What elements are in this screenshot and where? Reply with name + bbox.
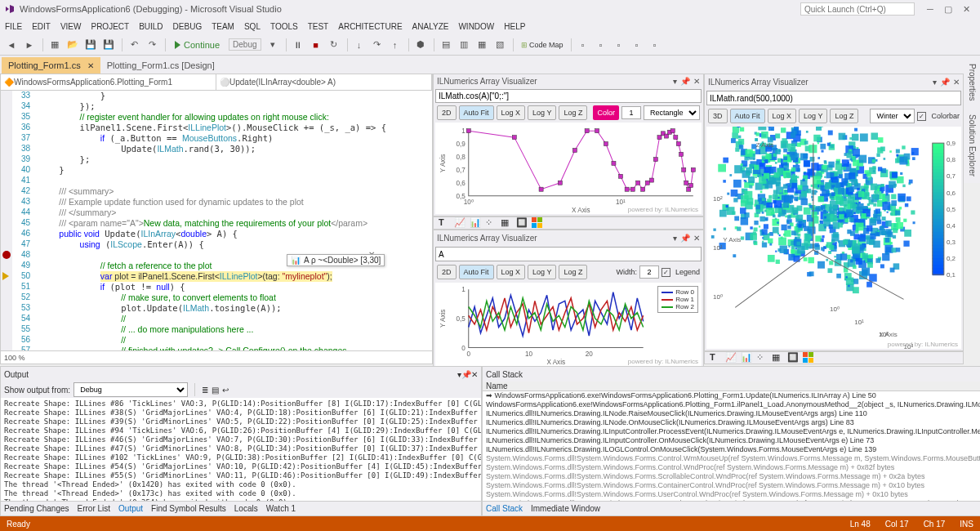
undo-icon[interactable]: ↶	[126, 37, 142, 53]
t1-icon[interactable]: ▤	[438, 37, 454, 53]
save-all-icon[interactable]: 💾	[100, 37, 117, 53]
viz3-colorbar-checkbox[interactable]: ✓	[917, 112, 926, 121]
line-chart-icon[interactable]: 📈	[725, 352, 737, 364]
callstack-row[interactable]: ILNumerics.dll!ILNumerics.Drawing.ILInpu…	[483, 427, 980, 436]
side-tab-properties[interactable]: Properties	[966, 57, 978, 108]
toggle-icon[interactable]: ▤	[212, 386, 219, 395]
callstack-row[interactable]: ILNumerics.dll!ILNumerics.Drawing.ILInpu…	[483, 436, 980, 445]
viz1-2d-button[interactable]: 2D	[437, 105, 457, 120]
subtab-error-list[interactable]: Error List	[78, 504, 111, 513]
nav-back-icon[interactable]: ◄	[3, 37, 20, 53]
menu-view[interactable]: VIEW	[60, 22, 82, 31]
extra5-icon[interactable]: ▫	[647, 37, 663, 53]
callstack-row[interactable]: System.Windows.Forms.dll!System.Windows.…	[483, 481, 980, 490]
extra3-icon[interactable]: ▫	[611, 37, 627, 53]
open-icon[interactable]: 📂	[65, 37, 81, 53]
subtab-watch-1[interactable]: Watch 1	[266, 504, 296, 513]
callstack-row[interactable]: ILNumerics.dll!ILNumerics.Drawing.ILOGLC…	[483, 445, 980, 454]
callstack-row[interactable]: System.Windows.Forms.dll!System.Windows.…	[483, 454, 980, 463]
tab-plotting_form1-cs[interactable]: Plotting_Form1.cs ✕	[2, 57, 100, 74]
clear-icon[interactable]: ≣	[202, 386, 208, 395]
save-icon[interactable]: 💾	[82, 37, 99, 53]
redo-icon[interactable]: ↷	[144, 37, 160, 53]
callstack-row[interactable]: System.Windows.Forms.dll!System.Windows.…	[483, 490, 980, 499]
viz3-expression-input[interactable]	[706, 91, 961, 105]
viz2-logy-button[interactable]: Log Y	[528, 265, 556, 279]
breakpoint-icon[interactable]	[2, 251, 11, 259]
menu-build[interactable]: BUILD	[139, 22, 163, 31]
surface-icon[interactable]: ▦	[772, 352, 783, 364]
viz2-logz-button[interactable]: Log Z	[559, 265, 587, 279]
viz1-logx-button[interactable]: Log X	[497, 105, 526, 120]
maximize-button[interactable]: ▢	[939, 2, 957, 16]
menu-analyze[interactable]: ANALYZE	[412, 22, 449, 31]
debug-datatip[interactable]: 📊 A ρ ~<Double> [3,30]	[287, 254, 385, 266]
viz1-plot[interactable]: 0,510,60,70,80,910⁰10¹X AxisY Axis power…	[435, 123, 702, 214]
viz2-legend-checkbox[interactable]: ✓	[662, 268, 670, 277]
menu-help[interactable]: HELP	[504, 22, 525, 31]
menu-debug[interactable]: DEBUG	[173, 22, 203, 31]
menu-edit[interactable]: EDIT	[32, 22, 51, 31]
line-chart-icon[interactable]: 📈	[454, 217, 466, 229]
close-icon[interactable]: ✕	[953, 78, 960, 87]
viz3-plot[interactable]: 10⁰10¹10²10³10⁰10¹10²X AxisY AxisZ Axis0…	[706, 127, 961, 349]
dropdown-icon[interactable]: ▾	[933, 78, 937, 87]
viz3-colormap-select[interactable]: Winter	[870, 109, 915, 123]
viz1-logy-button[interactable]: Log Y	[528, 105, 556, 120]
viz1-logz-button[interactable]: Log Z	[559, 105, 587, 120]
type-nav-combo[interactable]: 🔶 WindowsFormsApplication6.Plotting_Form…	[1, 74, 216, 90]
image-icon[interactable]: 🔲	[787, 352, 799, 364]
nav-fwd-icon[interactable]: ►	[21, 37, 38, 53]
breakpoint-margin[interactable]	[1, 91, 12, 350]
viz3-logz-button[interactable]: Log Z	[830, 109, 858, 123]
viz1-expression-input[interactable]	[435, 89, 702, 103]
step-into-icon[interactable]: ↓	[351, 37, 368, 53]
viz2-plot[interactable]: 00,5101020X AxisY Axis Row 0Row 1Row 2 p…	[435, 283, 702, 366]
menu-window[interactable]: WINDOW	[458, 22, 494, 31]
viz1-autofit-button[interactable]: Auto Fit	[459, 105, 494, 120]
dropdown-icon[interactable]: ▾	[673, 77, 677, 86]
menu-architecture[interactable]: ARCHITECTURE	[338, 22, 402, 31]
menu-team[interactable]: TEAM	[212, 22, 234, 31]
extra4-icon[interactable]: ▫	[629, 37, 645, 53]
pin-icon[interactable]: 📌	[680, 77, 690, 86]
callstack-row[interactable]: WindowsFormsApplication6.exe!WindowsForm…	[483, 400, 980, 409]
hex-icon[interactable]: ⬢	[412, 37, 429, 53]
close-icon[interactable]: ✕	[693, 234, 700, 243]
code-map-button[interactable]: ⊞ Code Map	[517, 38, 568, 52]
t2-icon[interactable]: ▥	[456, 37, 472, 53]
menu-project[interactable]: PROJECT	[91, 22, 129, 31]
close-icon[interactable]: ✕	[471, 370, 478, 379]
callstack-row[interactable]: System.Windows.Forms.dll!System.Windows.…	[483, 463, 980, 472]
continue-button[interactable]: Continue	[169, 38, 225, 52]
viz3-3d-button[interactable]: 3D	[708, 109, 728, 123]
output-from-select[interactable]: Debug	[74, 382, 188, 397]
t4-icon[interactable]: ▧	[492, 37, 508, 53]
config-select[interactable]: Debug	[229, 38, 261, 51]
dropdown-icon[interactable]: ▾	[673, 234, 677, 243]
subtab-pending-changes[interactable]: Pending Changes	[4, 504, 69, 513]
minimize-button[interactable]: ─	[921, 2, 939, 16]
viz3-autofit-button[interactable]: Auto Fit	[730, 109, 765, 123]
close-icon[interactable]: ✕	[693, 77, 700, 86]
callstack-row[interactable]: System.Windows.Forms.dll!System.Windows.…	[483, 472, 980, 481]
zoom-level[interactable]: 100 %	[1, 350, 432, 364]
viz2-width-spinner[interactable]	[639, 266, 659, 279]
ms-icon[interactable]	[532, 217, 543, 229]
quick-launch-input[interactable]	[800, 2, 915, 16]
viz2-autofit-button[interactable]: Auto Fit	[459, 265, 494, 279]
viz3-logy-button[interactable]: Log Y	[799, 109, 827, 123]
step-over-icon[interactable]: ↷	[369, 37, 385, 53]
pin-icon[interactable]: 📌	[461, 370, 471, 379]
extra1-icon[interactable]: ▫	[575, 37, 591, 53]
surface-icon[interactable]: ▦	[501, 217, 512, 229]
pin-icon[interactable]: 📌	[680, 234, 690, 243]
menu-sql[interactable]: SQL	[244, 22, 261, 31]
viz1-marker-spinner[interactable]	[621, 106, 641, 119]
bar-chart-icon[interactable]: 📊	[470, 217, 481, 229]
new-project-icon[interactable]: ▦	[47, 37, 63, 53]
menu-file[interactable]: FILE	[5, 22, 22, 31]
text-tool-icon[interactable]: T	[439, 217, 450, 229]
ms-icon[interactable]	[803, 352, 814, 364]
callstack-rows[interactable]: ➡ WindowsFormsApplication6.exe!WindowsFo…	[483, 391, 980, 501]
